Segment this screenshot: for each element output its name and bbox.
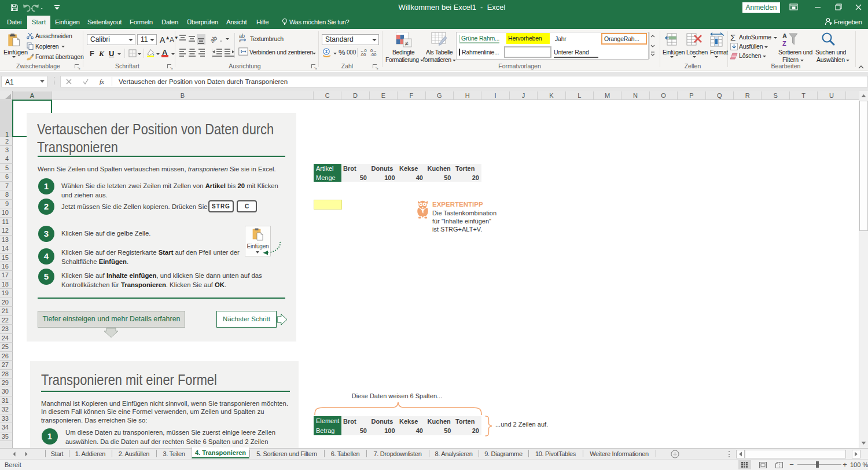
svg-text:c: c <box>239 39 241 43</box>
svg-text:fx: fx <box>100 78 104 85</box>
svg-text:ab: ab <box>239 33 245 39</box>
svg-text:Z: Z <box>782 40 786 47</box>
svg-text:≠: ≠ <box>405 40 409 47</box>
svg-text:A: A <box>782 32 787 39</box>
svg-text:.00: .00 <box>370 52 376 57</box>
svg-text:.00: .00 <box>360 52 366 57</box>
